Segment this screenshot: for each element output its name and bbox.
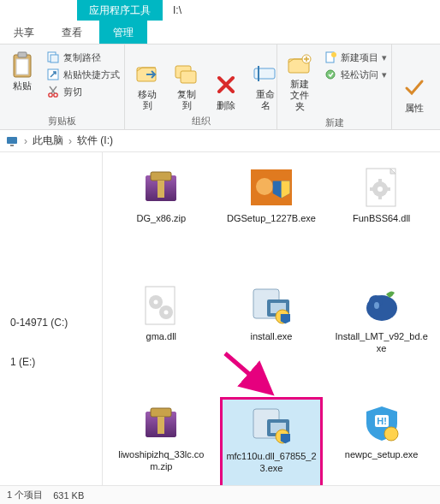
- new-item-icon: [324, 50, 337, 64]
- svg-rect-10: [181, 71, 196, 83]
- svg-point-55: [384, 427, 398, 441]
- svg-rect-32: [386, 187, 390, 191]
- file-icon: [244, 165, 299, 210]
- file-icon: [354, 165, 409, 210]
- clipboard-icon: [9, 51, 36, 79]
- file-name: liwoshipizhq_33lc.com.zip: [114, 449, 208, 473]
- cut-label: 剪切: [63, 86, 82, 98]
- delete-label: 删除: [217, 100, 235, 111]
- svg-point-28: [378, 187, 383, 192]
- chevron-down-icon: ▾: [382, 52, 387, 63]
- monitor-icon: [5, 134, 19, 148]
- delete-x-icon: [212, 71, 240, 98]
- paste-label: 粘贴: [13, 80, 32, 92]
- nav-drive-c[interactable]: 0-14971 (C:): [3, 311, 98, 334]
- svg-rect-4: [51, 55, 58, 62]
- svg-rect-47: [151, 408, 171, 417]
- svg-point-6: [49, 93, 52, 97]
- file-name: install.exe: [251, 331, 293, 343]
- status-bar: 1 个项目 631 KB: [0, 485, 440, 504]
- ribbon-group-organize: 移动到 复制到 删除 重命名 组织: [125, 44, 277, 129]
- paste-shortcut-label: 粘贴快捷方式: [63, 68, 120, 81]
- cut-button[interactable]: 剪切: [45, 84, 122, 99]
- svg-rect-11: [254, 68, 275, 79]
- svg-rect-29: [378, 179, 382, 183]
- ribbon-tabs: 共享 查看 管理: [0, 21, 440, 44]
- rename-label: 重命名: [252, 89, 279, 111]
- svg-rect-19: [10, 145, 14, 146]
- file-name: gma.dll: [146, 331, 176, 343]
- svg-rect-18: [7, 137, 17, 144]
- svg-rect-12: [258, 66, 259, 81]
- copy-to-button[interactable]: 复制到: [169, 48, 204, 113]
- copy-to-label: 复制到: [173, 89, 200, 111]
- group-label-clipboard: 剪贴板: [5, 113, 119, 127]
- file-name: mfc110u.dll_67855_23.exe: [226, 451, 318, 475]
- svg-rect-48: [158, 417, 164, 434]
- ribbon-group-clipboard: 粘贴 复制路径 粘贴快捷方式 剪切 剪贴板: [0, 44, 125, 129]
- window-title-path: I:\: [163, 0, 192, 21]
- svg-point-37: [164, 311, 169, 315]
- file-item[interactable]: DG_x86.zip: [110, 161, 213, 270]
- navigation-pane[interactable]: 0-14971 (C:) 1 (E:): [0, 152, 103, 485]
- easy-access-icon: [324, 68, 337, 81]
- status-selected-size: 631 KB: [53, 490, 84, 501]
- file-icon: [244, 283, 299, 328]
- group-label-new: 新建: [282, 115, 386, 129]
- svg-text:H!: H!: [377, 416, 387, 426]
- breadcrumb[interactable]: › 此电脑 › 软件 (I:): [0, 130, 440, 152]
- copy-path-label: 复制路径: [63, 51, 101, 64]
- nav-drive-e[interactable]: 1 (E:): [3, 351, 98, 373]
- svg-rect-1: [18, 52, 27, 57]
- new-folder-icon: [286, 50, 313, 77]
- checkmark-icon: [401, 74, 428, 101]
- new-item-button[interactable]: 新建项目 ▾: [322, 50, 389, 65]
- copy-path-button[interactable]: 复制路径: [45, 50, 122, 65]
- file-name: Install_LMT_v92_bd.exe: [335, 331, 429, 355]
- properties-label: 属性: [405, 103, 424, 114]
- svg-point-25: [256, 178, 273, 195]
- chevron-right-icon: ›: [68, 135, 72, 147]
- file-icon: [244, 403, 299, 448]
- status-selected-count: 1 个项目: [7, 489, 43, 501]
- svg-point-17: [326, 70, 335, 79]
- paste-shortcut-button[interactable]: 粘贴快捷方式: [45, 67, 122, 82]
- new-folder-button[interactable]: 新建 文件夹: [282, 48, 317, 115]
- delete-button[interactable]: 删除: [209, 48, 243, 113]
- file-item[interactable]: FunBSS64.dll: [330, 161, 433, 270]
- copy-path-icon: [46, 50, 60, 64]
- file-name: FunBSS64.dll: [353, 213, 410, 225]
- chevron-down-icon: ▾: [382, 69, 387, 80]
- chevron-right-icon: ›: [24, 135, 27, 147]
- properties-button[interactable]: 属性: [397, 48, 431, 116]
- file-icon: [134, 283, 188, 328]
- file-item[interactable]: Install_LMT_v92_bd.exe: [330, 279, 433, 388]
- ribbon-group-properties: 属性: [392, 44, 435, 129]
- paste-shortcut-icon: [46, 68, 60, 81]
- scissors-icon: [46, 85, 60, 98]
- ribbon-group-new: 新建 文件夹 新建项目 ▾ 轻松访问 ▾ 新建: [277, 44, 392, 129]
- file-icon: [354, 283, 409, 328]
- contextual-tab-app-tools[interactable]: 应用程序工具: [77, 0, 163, 21]
- file-item[interactable]: install.exe: [220, 279, 324, 388]
- file-item[interactable]: DGSetup_1227B.exe: [220, 161, 324, 270]
- file-icon: [134, 401, 188, 446]
- tab-view[interactable]: 查看: [48, 21, 96, 44]
- tab-share[interactable]: 共享: [0, 21, 48, 44]
- file-grid[interactable]: DG_x86.zipDGSetup_1227B.exeFunBSS64.dllg…: [103, 152, 440, 485]
- svg-point-44: [374, 302, 379, 309]
- crumb-drive[interactable]: 软件 (I:): [77, 133, 113, 148]
- content-area: 0-14971 (C:) 1 (E:) DG_x86.zipDGSetup_12…: [0, 152, 440, 485]
- svg-point-16: [331, 52, 336, 57]
- svg-rect-31: [370, 187, 374, 191]
- file-item[interactable]: gma.dll: [110, 279, 213, 388]
- file-icon: [134, 165, 188, 210]
- paste-button[interactable]: 粘贴: [5, 50, 39, 93]
- easy-access-button[interactable]: 轻松访问 ▾: [322, 67, 389, 82]
- move-to-button[interactable]: 移动到: [130, 48, 164, 113]
- tab-manage[interactable]: 管理: [99, 21, 147, 44]
- copy-to-icon: [173, 60, 200, 87]
- file-icon: H!: [354, 401, 409, 446]
- crumb-pc[interactable]: 此电脑: [33, 133, 63, 148]
- move-to-icon: [134, 60, 161, 87]
